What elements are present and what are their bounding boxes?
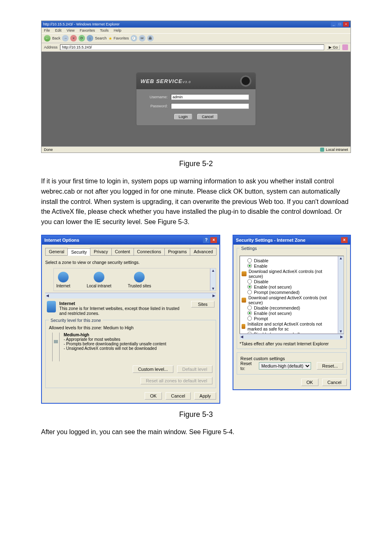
zone-icon — [320, 148, 324, 152]
menu-edit[interactable]: Edit — [55, 28, 62, 32]
address-bar: Address http://10.15.5.243/ ▶ Go — [42, 43, 350, 52]
option-label: Disable — [254, 279, 268, 284]
tab-connections[interactable]: Connections — [134, 248, 165, 255]
radio-option[interactable] — [247, 311, 252, 315]
option-label: Enable (not secure) — [254, 311, 292, 316]
option-label: Disable (recommended) — [254, 305, 300, 310]
maximize-button[interactable]: □ — [337, 22, 343, 27]
radio-option[interactable] — [247, 284, 252, 289]
close-icon[interactable]: × — [341, 237, 348, 243]
stop-button[interactable]: × — [70, 35, 77, 42]
option-label: Enable — [254, 264, 267, 268]
password-input[interactable] — [171, 103, 249, 109]
cancel-button[interactable]: Cancel — [166, 392, 190, 400]
go-button[interactable]: ▶ Go — [327, 45, 340, 50]
internet-options-dialog: Internet Options ? × General Security Pr… — [41, 235, 220, 404]
custom-level-button[interactable]: Custom level... — [133, 365, 173, 373]
minimize-button[interactable]: _ — [331, 22, 337, 27]
close-button[interactable]: × — [343, 22, 349, 27]
home-button[interactable]: ⌂ — [87, 35, 93, 42]
login-panel: WEB SERVICEV3.0 Username: Password: Logi… — [136, 73, 256, 125]
zone-local-intranet: Local intranet — [87, 272, 111, 288]
login-button[interactable]: Login — [174, 114, 192, 120]
tab-content[interactable]: Content — [111, 248, 134, 255]
address-input[interactable]: http://10.15.5.243/ — [60, 44, 324, 50]
level-b1: - Appropriate for most websites — [64, 337, 166, 342]
zone-trusted: Trusted sites — [128, 272, 151, 288]
username-input[interactable] — [171, 94, 249, 100]
refresh-button[interactable]: ⟳ — [78, 35, 85, 42]
ok-button[interactable]: OK — [301, 379, 318, 386]
radio-option[interactable] — [247, 332, 252, 334]
menubar: File Edit View Favorites Tools Help — [42, 28, 350, 33]
zone-internet: Internet — [56, 272, 70, 288]
zone-list[interactable]: Internet Local intranet Trusted sites — [53, 268, 216, 291]
allowed-levels: Allowed levels for this zone: Medium to … — [49, 325, 212, 330]
tab-security[interactable]: Security — [67, 248, 90, 256]
menu-view[interactable]: View — [67, 28, 74, 32]
zone-scroll[interactable] — [210, 268, 216, 291]
address-label: Address — [44, 45, 58, 49]
settings-hscroll[interactable]: ◀▶ — [240, 334, 344, 340]
browser-window: http://10.15.5.243/ - Windows Internet E… — [41, 21, 351, 153]
help-button[interactable]: ? — [203, 237, 210, 243]
cancel-button[interactable]: Cancel — [322, 379, 347, 386]
favorites-icon[interactable]: ★ — [108, 36, 112, 41]
setting-heading: Initialize and script ActiveX controls n… — [247, 321, 337, 331]
setting-heading: Download signed ActiveX controls (not se… — [249, 269, 337, 279]
tab-general[interactable]: General — [45, 248, 68, 255]
globe-icon — [47, 301, 56, 312]
links-icon[interactable] — [342, 44, 348, 50]
search-label[interactable]: Search — [95, 36, 107, 40]
shield-icon — [242, 271, 247, 276]
menu-tools[interactable]: Tools — [100, 28, 108, 32]
menu-file[interactable]: File — [44, 28, 50, 32]
print-button[interactable]: 🖶 — [147, 35, 154, 42]
sites-button[interactable]: Sites — [191, 301, 214, 308]
radio-option[interactable] — [247, 264, 252, 268]
radio-option[interactable] — [247, 279, 252, 284]
ss-title: Security Settings - Internet Zone — [236, 238, 305, 243]
reset-dropdown[interactable]: Medium-high (default) — [259, 362, 311, 370]
reset-button[interactable]: Reset... — [317, 362, 343, 370]
toolbar: Back × ⟳ ⌂ Search ★ Favorites 🕘 ✉ 🖶 — [42, 33, 350, 43]
login-heading: WEB SERVICEV3.0 — [141, 78, 191, 84]
radio-option[interactable] — [247, 316, 252, 321]
tab-advanced[interactable]: Advanced — [190, 248, 217, 255]
menu-help[interactable]: Help — [114, 28, 122, 32]
ok-button[interactable]: OK — [145, 392, 162, 400]
radio-option[interactable] — [247, 290, 252, 294]
history-button[interactable]: 🕘 — [131, 35, 137, 42]
sec-level-legend: Security level for this zone — [49, 318, 103, 323]
page-content: WEB SERVICEV3.0 Username: Password: Logi… — [42, 52, 350, 146]
io-title: Internet Options — [44, 238, 79, 243]
password-label: Password: — [143, 104, 168, 108]
reset-all-button[interactable]: Reset all zones to default level — [141, 377, 212, 384]
apply-button[interactable]: Apply — [194, 392, 217, 400]
camera-icon — [240, 75, 251, 87]
tab-programs[interactable]: Programs — [164, 248, 191, 255]
settings-legend: Settings — [240, 246, 258, 251]
radio-option[interactable] — [247, 305, 252, 310]
tab-privacy[interactable]: Privacy — [90, 248, 111, 255]
radio-option[interactable] — [247, 258, 252, 263]
forward-button[interactable] — [62, 35, 69, 42]
figure-5-3-caption: Figure 5-3 — [41, 410, 351, 419]
back-label: Back — [52, 36, 60, 40]
cancel-button[interactable]: Cancel — [197, 114, 218, 120]
option-label: Prompt (recommended) — [254, 290, 300, 295]
menu-favorites[interactable]: Favorites — [80, 28, 95, 32]
option-label: Prompt — [254, 316, 268, 321]
zone-hscroll[interactable]: ◀▶ — [45, 293, 216, 298]
settings-scroll[interactable] — [338, 256, 344, 333]
close-icon[interactable]: × — [210, 237, 217, 243]
security-slider[interactable] — [52, 333, 60, 361]
shield-icon — [242, 298, 246, 303]
paragraph-1: If it is your first time to login in, sy… — [41, 176, 351, 227]
zone-desc: This zone is for Internet websites, exce… — [59, 306, 179, 316]
default-level-button[interactable]: Default level — [177, 365, 213, 373]
mail-button[interactable]: ✉ — [139, 35, 145, 42]
back-button[interactable] — [44, 35, 51, 42]
favorites-label[interactable]: Favorites — [114, 36, 129, 40]
settings-list[interactable]: DisableEnableDownload signed ActiveX con… — [240, 256, 344, 334]
